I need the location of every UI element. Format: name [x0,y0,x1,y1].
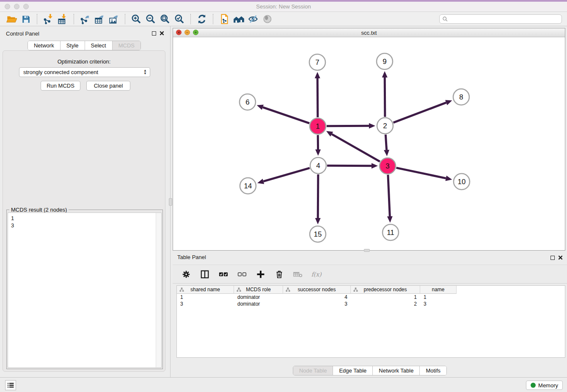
zoom-in-button[interactable] [129,13,143,25]
column-header-name[interactable]: name [420,286,457,294]
graph-edge-1-6[interactable] [257,105,309,123]
graph-edge-3-1[interactable] [326,131,380,161]
export-image-button[interactable] [107,13,121,25]
graph-node-3[interactable]: 3 [380,158,396,174]
graph-node-8[interactable]: 8 [453,89,469,105]
deselect-all-button[interactable] [236,268,248,280]
column-header-shared-name[interactable]: shared name [177,286,234,294]
graph-edge-4-15[interactable] [315,174,321,224]
table-settings-button[interactable] [180,268,192,280]
close-table-panel-icon[interactable] [558,255,563,260]
function-builder-button[interactable]: f(x) [311,268,322,280]
table-header-row: shared nameMCDS rolesuccessor nodesprede… [177,286,565,294]
save-session-button[interactable] [19,13,33,25]
search-input[interactable] [448,15,561,23]
zoom-selected-button[interactable] [172,13,187,25]
column-type-icon [179,287,184,293]
svg-text:1: 1 [316,122,319,130]
svg-text:8: 8 [459,93,463,101]
table-body: 1dominator4113dominator323 [177,294,565,307]
duplicate-network-icon [219,14,230,25]
column-header-predecessor-nodes[interactable]: predecessor nodes [351,286,420,294]
graph-node-11[interactable]: 11 [383,224,399,240]
zoom-out-button[interactable] [143,13,158,25]
export-network-button[interactable] [78,13,92,25]
apply-layout-button[interactable] [195,13,209,25]
horizontal-splitter-grabber[interactable] [364,249,370,252]
table-panel-title: Table Panel [177,254,206,260]
tab-select[interactable]: Select [85,41,112,50]
close-panel-icon[interactable] [160,31,164,36]
result-scrollbar[interactable] [156,213,161,367]
float-panel-icon[interactable] [152,31,156,36]
import-table-button[interactable] [55,13,70,25]
table-row[interactable]: 1dominator411 [177,294,565,301]
graph-edge-2-9[interactable] [382,71,388,117]
graph-node-14[interactable]: 14 [240,178,256,194]
task-history-button[interactable] [5,380,16,390]
column-header-MCDS-role[interactable]: MCDS role [234,286,283,294]
graph-edge-4-3[interactable] [327,163,378,168]
duplicate-network-button[interactable] [217,13,231,25]
graph-node-9[interactable]: 9 [377,53,393,69]
plus-icon [256,269,266,279]
add-entry-button[interactable] [255,268,267,280]
graph-edge-4-14[interactable] [257,168,310,184]
mcds-result-area[interactable]: 13 [8,213,162,368]
tab-node-table[interactable]: Node Table [293,366,333,375]
delete-entry-button[interactable] [273,268,285,280]
graph-edge-2-3[interactable] [384,135,389,156]
network-graph: 7968124314101511 [173,37,565,250]
column-label: name [432,287,444,293]
network-window-titlebar[interactable]: ✕ − + scc.txt [173,28,565,37]
split-panel-button[interactable] [199,268,211,280]
panel-splitter[interactable] [169,26,172,377]
graph-node-4[interactable]: 4 [310,157,326,174]
tab-style[interactable]: Style [60,41,85,50]
tab-network-table[interactable]: Network Table [372,366,419,375]
graph-edge-3-10[interactable] [396,168,452,181]
tab-motifs[interactable]: Motifs [419,366,446,375]
graph-node-1[interactable]: 1 [310,118,326,134]
tab-edge-table[interactable]: Edge Table [333,366,372,375]
network-canvas[interactable]: 7968124314101511 [173,37,565,250]
criterion-dropdown[interactable]: strongly connected component ▲▼ [19,67,150,77]
memory-status-dot [531,383,536,388]
export-network-icon [80,14,91,25]
close-panel-button[interactable]: Close panel [86,81,130,91]
select-all-button[interactable] [217,268,229,280]
graph-node-2[interactable]: 2 [377,118,393,134]
column-label: predecessor nodes [363,287,407,293]
graph-edge-3-11[interactable] [387,175,393,223]
memory-button[interactable]: Memory [526,381,563,390]
graph-node-7[interactable]: 7 [309,54,325,70]
splitter-grabber[interactable] [169,198,172,206]
graph-edge-1-7[interactable] [315,72,320,117]
graph-node-15[interactable]: 15 [310,226,326,242]
import-network-button[interactable] [41,13,55,25]
float-table-panel-icon[interactable] [550,256,555,260]
table-cell: 2 [351,301,420,307]
graph-node-6[interactable]: 6 [239,94,256,110]
birdseye-view-button[interactable] [260,13,275,25]
svg-text:14: 14 [244,182,252,190]
graph-edge-2-8[interactable] [394,100,452,122]
main-toolbar [0,12,567,26]
zoom-fit-button[interactable] [158,13,172,25]
tab-mcds[interactable]: MCDS [112,41,140,50]
export-table-button[interactable] [92,13,107,25]
toggle-graphics-details-button[interactable] [246,13,260,25]
tab-network[interactable]: Network [28,41,60,50]
delete-table-button[interactable] [292,268,304,280]
dropdown-arrows-icon: ▲▼ [143,69,147,75]
graph-node-10[interactable]: 10 [454,174,470,190]
show-networks-home-button[interactable] [231,13,246,25]
open-session-button[interactable] [4,13,19,25]
graph-edge-1-2[interactable] [327,123,375,129]
table-row[interactable]: 3dominator323 [177,301,565,307]
graph-edge-1-4[interactable] [315,135,321,156]
import-network-icon [43,14,54,25]
run-mcds-button[interactable]: Run MCDS [41,81,80,91]
column-header-successor-nodes[interactable]: successor nodes [283,286,351,294]
zoom-fit-icon [160,14,171,25]
